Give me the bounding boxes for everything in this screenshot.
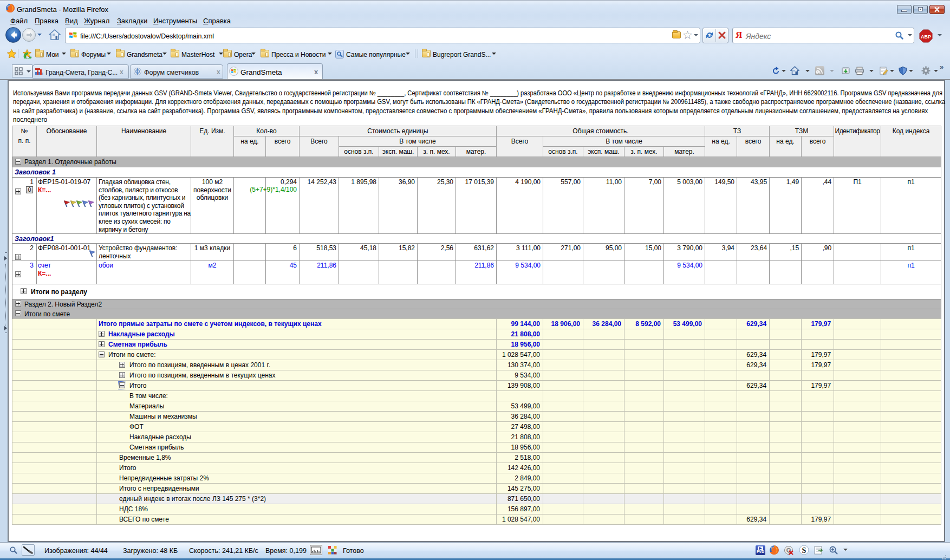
- svg-text:S: S: [802, 546, 806, 555]
- svg-text:ABP: ABP: [921, 34, 931, 40]
